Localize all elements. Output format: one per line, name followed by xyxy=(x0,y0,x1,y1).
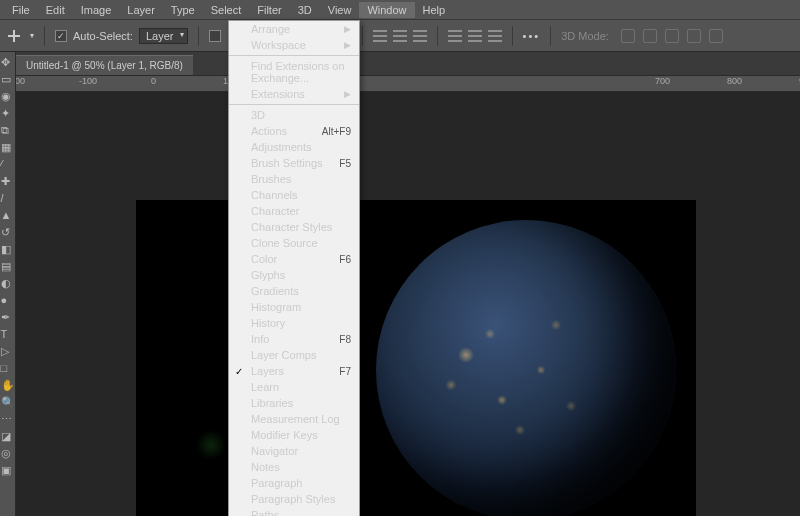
type-tool[interactable]: T xyxy=(1,328,15,342)
distribute-icon[interactable] xyxy=(468,30,482,42)
menu-item-label: Gradients xyxy=(251,285,299,297)
menu-item-character[interactable]: Character xyxy=(229,203,359,219)
move-tool[interactable]: ✥ xyxy=(1,56,15,70)
eraser-tool[interactable]: ◧ xyxy=(1,243,15,257)
menu-window[interactable]: Window xyxy=(359,2,414,18)
menu-item-modifier-keys[interactable]: Modifier Keys xyxy=(229,427,359,443)
menu-item-learn[interactable]: Learn xyxy=(229,379,359,395)
menu-item-paths[interactable]: Paths xyxy=(229,507,359,516)
align-icon[interactable] xyxy=(373,30,387,42)
menu-item-layer-comps[interactable]: Layer Comps xyxy=(229,347,359,363)
menu-select[interactable]: Select xyxy=(203,2,250,18)
menu-item-brush-settings[interactable]: Brush SettingsF5 xyxy=(229,155,359,171)
pen-tool[interactable]: ✒ xyxy=(1,311,15,325)
menu-item-libraries[interactable]: Libraries xyxy=(229,395,359,411)
menu-item-label: Clone Source xyxy=(251,237,318,249)
menu-item-channels[interactable]: Channels xyxy=(229,187,359,203)
menu-item-clone-source[interactable]: Clone Source xyxy=(229,235,359,251)
menu-item-arrange[interactable]: Arrange▶ xyxy=(229,21,359,37)
menu-item-measurement-log[interactable]: Measurement Log xyxy=(229,411,359,427)
menu-item-adjustments[interactable]: Adjustments xyxy=(229,139,359,155)
menu-item-label: Layer Comps xyxy=(251,349,316,361)
blur-tool[interactable]: ◐ xyxy=(1,277,15,291)
zoom-tool[interactable]: 🔍 xyxy=(1,396,15,410)
menu-item-layers[interactable]: LayersF7 xyxy=(229,363,359,379)
auto-select-checkbox[interactable] xyxy=(55,30,67,42)
menu-item-history[interactable]: History xyxy=(229,315,359,331)
submenu-arrow-icon: ▶ xyxy=(344,89,351,99)
document-tab[interactable]: Untitled-1 @ 50% (Layer 1, RGB/8) xyxy=(16,55,193,75)
tools-panel: ✥ ▭ ◉ ✦ ⧉ ▦ ⁄ ✚ / ▲ ↺ ◧ ▤ ◐ ● ✒ T ▷ □ ✋ … xyxy=(0,52,16,516)
path-tool[interactable]: ▷ xyxy=(1,345,15,359)
screen-mode[interactable]: ▣ xyxy=(1,464,15,478)
align-icon[interactable] xyxy=(393,30,407,42)
lasso-tool[interactable]: ◉ xyxy=(1,90,15,104)
eyedropper-tool[interactable]: ⁄ xyxy=(1,158,15,172)
menu-item-shortcut: Alt+F9 xyxy=(322,126,351,137)
3d-pan-icon[interactable] xyxy=(665,29,679,43)
canvas-area[interactable] xyxy=(16,92,800,516)
menu-item-glyphs[interactable]: Glyphs xyxy=(229,267,359,283)
stamp-tool[interactable]: ▲ xyxy=(1,209,15,223)
history-brush-tool[interactable]: ↺ xyxy=(1,226,15,240)
frame-tool[interactable]: ▦ xyxy=(1,141,15,155)
menu-image[interactable]: Image xyxy=(73,2,120,18)
menu-item-navigator[interactable]: Navigator xyxy=(229,443,359,459)
quick-mask[interactable]: ◎ xyxy=(1,447,15,461)
healing-tool[interactable]: ✚ xyxy=(1,175,15,189)
edit-toolbar[interactable]: ⋯ xyxy=(1,413,15,427)
menu-item-color[interactable]: ColorF6 xyxy=(229,251,359,267)
hand-tool[interactable]: ✋ xyxy=(1,379,15,393)
menu-item-label: Brush Settings xyxy=(251,157,323,169)
auto-select-target[interactable]: Layer xyxy=(139,28,189,44)
tool-preset-chevron[interactable]: ▾ xyxy=(30,31,34,40)
menu-edit[interactable]: Edit xyxy=(38,2,73,18)
menu-item-notes[interactable]: Notes xyxy=(229,459,359,475)
menu-item-brushes[interactable]: Brushes xyxy=(229,171,359,187)
menu-item-gradients[interactable]: Gradients xyxy=(229,283,359,299)
menu-item-label: Channels xyxy=(251,189,297,201)
3d-slide-icon[interactable] xyxy=(687,29,701,43)
3d-orbit-icon[interactable] xyxy=(621,29,635,43)
canvas-content xyxy=(196,430,226,460)
crop-tool[interactable]: ⧉ xyxy=(1,124,15,138)
menu-item-label: Paragraph xyxy=(251,477,302,489)
menu-item-label: Histogram xyxy=(251,301,301,313)
menu-item-paragraph-styles[interactable]: Paragraph Styles xyxy=(229,491,359,507)
menu-item-actions[interactable]: ActionsAlt+F9 xyxy=(229,123,359,139)
menu-view[interactable]: View xyxy=(320,2,360,18)
menu-3d[interactable]: 3D xyxy=(290,2,320,18)
marquee-tool[interactable]: ▭ xyxy=(1,73,15,87)
menu-help[interactable]: Help xyxy=(415,2,454,18)
menu-item-3d[interactable]: 3D xyxy=(229,107,359,123)
menu-item-paragraph[interactable]: Paragraph xyxy=(229,475,359,491)
show-transform-checkbox[interactable] xyxy=(209,30,221,42)
more-options-icon[interactable]: ••• xyxy=(523,30,541,42)
3d-zoom-icon[interactable] xyxy=(709,29,723,43)
menu-item-histogram[interactable]: Histogram xyxy=(229,299,359,315)
menu-layer[interactable]: Layer xyxy=(119,2,163,18)
shape-tool[interactable]: □ xyxy=(1,362,15,376)
align-icon[interactable] xyxy=(413,30,427,42)
menu-item-label: Character Styles xyxy=(251,221,332,233)
gradient-tool[interactable]: ▤ xyxy=(1,260,15,274)
brush-tool[interactable]: / xyxy=(1,192,15,206)
menu-item-character-styles[interactable]: Character Styles xyxy=(229,219,359,235)
dodge-tool[interactable]: ● xyxy=(1,294,15,308)
menu-item-extensions[interactable]: Extensions▶ xyxy=(229,86,359,102)
ruler-tick: 800 xyxy=(727,76,742,86)
wand-tool[interactable]: ✦ xyxy=(1,107,15,121)
menu-item-workspace[interactable]: Workspace▶ xyxy=(229,37,359,53)
3d-roll-icon[interactable] xyxy=(643,29,657,43)
ruler-tick: -200 xyxy=(16,76,25,86)
menu-item-info[interactable]: InfoF8 xyxy=(229,331,359,347)
distribute-icon[interactable] xyxy=(448,30,462,42)
menu-item-label: Measurement Log xyxy=(251,413,340,425)
menu-file[interactable]: File xyxy=(4,2,38,18)
menu-item-find-extensions-on-exchange-[interactable]: Find Extensions on Exchange... xyxy=(229,58,359,86)
menu-filter[interactable]: Filter xyxy=(249,2,289,18)
distribute-icon[interactable] xyxy=(488,30,502,42)
menu-item-label: Workspace xyxy=(251,39,306,51)
menu-type[interactable]: Type xyxy=(163,2,203,18)
fg-bg-color[interactable]: ◪ xyxy=(1,430,15,444)
